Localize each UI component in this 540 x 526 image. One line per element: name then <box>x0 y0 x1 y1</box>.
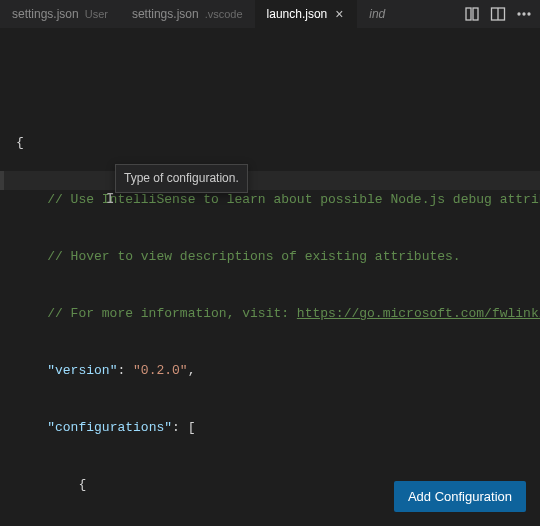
tab-desc: User <box>85 8 108 20</box>
close-icon[interactable]: × <box>333 7 345 21</box>
hover-tooltip: Type of configuration. <box>115 164 248 193</box>
code-editor[interactable]: { // Use IntelliSense to learn about pos… <box>0 28 540 526</box>
svg-point-6 <box>528 13 530 15</box>
tab-label: settings.json <box>132 7 199 21</box>
svg-rect-1 <box>473 8 478 20</box>
tab-settings-user[interactable]: settings.json User <box>0 0 120 28</box>
tab-desc: .vscode <box>205 8 243 20</box>
tab-label: ind <box>369 7 385 21</box>
svg-point-5 <box>523 13 525 15</box>
tab-settings-vscode[interactable]: settings.json .vscode <box>120 0 255 28</box>
add-configuration-button[interactable]: Add Configuration <box>394 481 526 512</box>
more-icon[interactable] <box>516 6 532 22</box>
split-editor-icon[interactable] <box>490 6 506 22</box>
compare-icon[interactable] <box>464 6 480 22</box>
tab-overflow[interactable]: ind <box>357 0 391 28</box>
doc-link[interactable]: https://go.microsoft.com/fwlink/?li <box>297 306 540 321</box>
tab-label: launch.json <box>267 7 328 21</box>
comment: // Hover to view descriptions of existin… <box>16 249 461 264</box>
text-cursor-icon <box>106 190 113 207</box>
comment: // Use IntelliSense to learn about possi… <box>16 192 540 207</box>
svg-rect-0 <box>466 8 471 20</box>
tab-launch-json[interactable]: launch.json × <box>255 0 358 28</box>
comment: // For more information, visit: <box>16 306 297 321</box>
tab-label: settings.json <box>12 7 79 21</box>
tabbar: settings.json User settings.json .vscode… <box>0 0 540 28</box>
tabbar-actions <box>456 6 540 22</box>
svg-point-4 <box>518 13 520 15</box>
current-line-highlight <box>0 171 540 190</box>
